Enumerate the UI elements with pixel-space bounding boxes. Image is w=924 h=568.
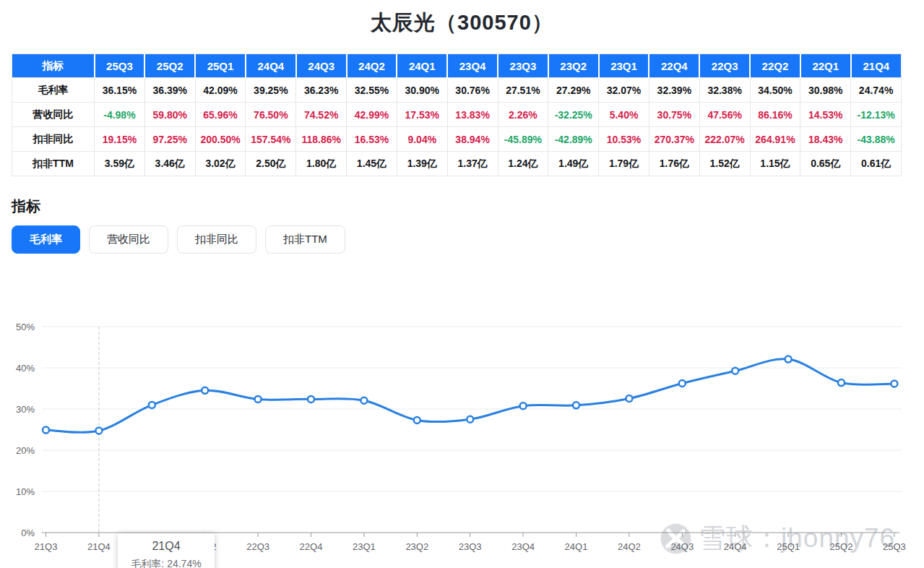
value-cell: 30.75% — [649, 103, 699, 127]
data-point[interactable] — [149, 402, 155, 408]
value-cell: 200.50% — [195, 127, 246, 152]
value-cell: 13.83% — [447, 103, 498, 127]
table-header-cell: 24Q4 — [246, 54, 296, 78]
value-cell: 1.15亿 — [750, 152, 800, 176]
x-axis-label: 25Q1 — [777, 541, 800, 552]
indicator-section-title: 指标 — [12, 197, 40, 216]
filter-button-营收同比[interactable]: 营收同比 — [89, 225, 168, 254]
table-header-cell: 25Q1 — [195, 54, 246, 78]
x-axis-label: 21Q4 — [87, 541, 111, 552]
value-cell: 36.23% — [296, 78, 347, 103]
table-header-cell: 24Q1 — [397, 54, 447, 78]
value-cell: 222.07% — [699, 127, 750, 152]
data-point[interactable] — [467, 416, 473, 423]
y-axis-label: 0% — [21, 528, 35, 538]
data-point[interactable] — [308, 396, 314, 403]
value-cell: -32.25% — [548, 103, 599, 127]
value-cell: 32.39% — [649, 78, 699, 103]
value-cell: 1.24亿 — [498, 152, 548, 176]
data-point[interactable] — [573, 402, 579, 408]
value-cell: 36.39% — [144, 78, 195, 103]
value-cell: 9.04% — [397, 127, 447, 152]
data-point[interactable] — [838, 379, 845, 386]
value-cell: -43.88% — [851, 127, 902, 152]
y-axis-label: 50% — [16, 322, 35, 332]
indicator-filter-bar: 毛利率营收同比扣非同比扣非TTM — [12, 225, 345, 254]
value-cell: 74.52% — [296, 103, 347, 127]
table-row: 营收同比-4.98%59.80%65.96%76.50%74.52%42.99%… — [12, 103, 902, 127]
value-cell: 32.07% — [599, 78, 649, 103]
x-axis-label: 24Q3 — [670, 541, 694, 552]
value-cell: 38.94% — [447, 127, 498, 152]
value-cell: 10.53% — [599, 127, 649, 152]
row-label-cell: 毛利率 — [12, 78, 95, 103]
table-header-cell: 25Q3 — [95, 54, 145, 78]
data-point[interactable] — [255, 396, 262, 403]
y-axis-label: 20% — [16, 445, 35, 456]
data-point[interactable] — [626, 395, 632, 402]
value-cell: 1.49亿 — [548, 152, 599, 176]
value-cell: 19.15% — [95, 127, 145, 152]
x-axis-label: 25Q3 — [883, 541, 906, 552]
value-cell: 14.53% — [800, 103, 851, 127]
x-axis-label: 23Q3 — [459, 541, 482, 552]
value-cell: 18.43% — [800, 127, 851, 152]
value-cell: 34.50% — [750, 78, 800, 103]
value-cell: 3.46亿 — [144, 152, 195, 176]
tooltip-value: 毛利率: 24.74% — [122, 558, 210, 568]
table-header-cell: 指标 — [12, 54, 95, 78]
value-cell: 3.02亿 — [195, 152, 246, 176]
x-axis-label: 24Q1 — [565, 541, 588, 552]
table-header-cell: 22Q1 — [800, 54, 851, 78]
value-cell: 59.80% — [144, 103, 195, 127]
row-label-cell: 营收同比 — [12, 103, 95, 127]
value-cell: 5.40% — [599, 103, 649, 127]
value-cell: 2.26% — [498, 103, 548, 127]
value-cell: 39.25% — [246, 78, 296, 103]
value-cell: 30.98% — [800, 78, 851, 103]
table-header-cell: 22Q3 — [699, 54, 750, 78]
value-cell: 76.50% — [246, 103, 296, 127]
table-header-cell: 25Q2 — [144, 54, 195, 78]
value-cell: 36.15% — [95, 78, 145, 103]
value-cell: 65.96% — [195, 103, 246, 127]
table-header-cell: 21Q4 — [851, 54, 902, 78]
data-point[interactable] — [732, 368, 738, 374]
data-point[interactable] — [43, 427, 49, 434]
data-point[interactable] — [520, 403, 527, 409]
filter-button-毛利率[interactable]: 毛利率 — [12, 225, 80, 254]
value-cell: -42.89% — [548, 127, 599, 152]
table-row: 毛利率36.15%36.39%42.09%39.25%36.23%32.55%3… — [12, 78, 902, 103]
value-cell: 17.53% — [397, 103, 447, 127]
data-point[interactable] — [679, 380, 686, 387]
data-point[interactable] — [785, 356, 792, 363]
value-cell: 42.09% — [195, 78, 246, 103]
filter-button-扣非同比[interactable]: 扣非同比 — [177, 225, 256, 254]
value-cell: 1.76亿 — [649, 152, 699, 176]
value-cell: 32.55% — [347, 78, 397, 103]
row-label-cell: 扣非TTM — [12, 152, 95, 176]
table-header-cell: 23Q1 — [599, 54, 649, 78]
data-point[interactable] — [360, 397, 367, 404]
table-header-cell: 23Q4 — [447, 54, 498, 78]
value-cell: 47.56% — [699, 103, 750, 127]
table-header-cell: 23Q2 — [548, 54, 599, 78]
value-cell: 27.29% — [548, 78, 599, 103]
value-cell: 1.79亿 — [599, 152, 649, 176]
chart-tooltip: 21Q4 毛利率: 24.74% — [118, 533, 215, 568]
value-cell: 0.61亿 — [851, 152, 902, 176]
value-cell: 16.53% — [347, 127, 397, 152]
value-cell: -4.98% — [95, 103, 145, 127]
value-cell: 270.37% — [649, 127, 699, 152]
value-cell: 157.54% — [246, 127, 296, 152]
data-point[interactable] — [891, 380, 897, 387]
stock-metrics-page: 太辰光（300570） 指标25Q325Q225Q124Q424Q324Q224… — [0, 0, 924, 568]
gross-margin-line-chart[interactable]: 0%10%20%30%40%50%21Q321Q422Q122Q222Q322Q… — [0, 311, 924, 568]
data-point[interactable] — [414, 417, 420, 423]
value-cell: 27.51% — [498, 78, 548, 103]
data-point[interactable] — [202, 387, 208, 394]
value-cell: 86.16% — [750, 103, 800, 127]
filter-button-扣非TTM[interactable]: 扣非TTM — [265, 225, 345, 254]
data-point[interactable] — [95, 427, 102, 434]
value-cell: 0.65亿 — [800, 152, 851, 176]
